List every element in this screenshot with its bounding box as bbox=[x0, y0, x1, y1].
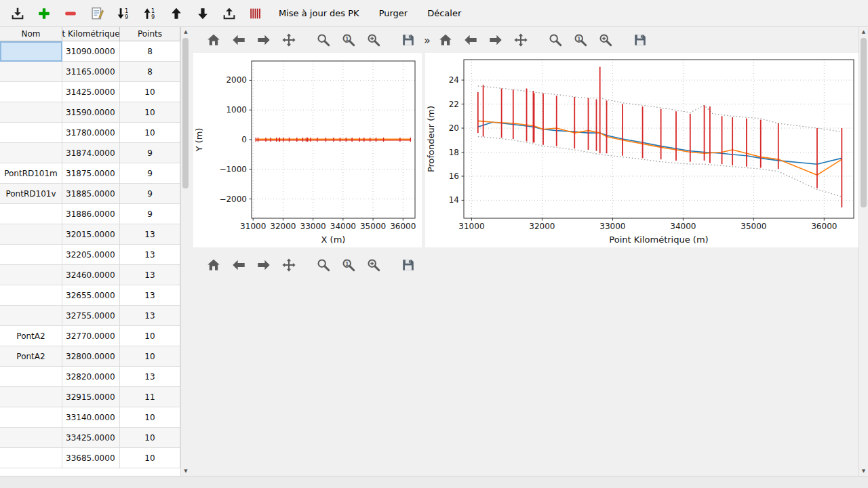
zoom-original-button[interactable] bbox=[571, 30, 590, 49]
purge-button[interactable]: Purger bbox=[373, 5, 414, 21]
right-scrollbar-handle[interactable] bbox=[861, 38, 867, 207]
cell-points[interactable]: 9 bbox=[120, 184, 180, 204]
back-button[interactable] bbox=[229, 256, 248, 274]
zoom-in-button[interactable] bbox=[364, 30, 383, 49]
column-header-nom[interactable]: Nom bbox=[0, 27, 62, 41]
cell-pk[interactable]: 32015.0000 bbox=[62, 224, 120, 245]
horizontal-scrollbar-track[interactable] bbox=[0, 476, 868, 488]
cell-pk[interactable]: 32655.0000 bbox=[62, 285, 120, 306]
right-scrollbar[interactable]: ▲ ▼ bbox=[859, 27, 868, 476]
cell-nom[interactable] bbox=[0, 407, 62, 428]
scroll-up-arrow-icon[interactable]: ▲ bbox=[859, 27, 868, 37]
home-button[interactable] bbox=[436, 30, 455, 49]
cell-pk[interactable]: 31780.0000 bbox=[62, 123, 120, 143]
cell-points[interactable]: 10 bbox=[120, 346, 180, 367]
depth-profile-plot[interactable]: 3100032000330003400035000360001416182022… bbox=[425, 53, 859, 247]
cell-pk[interactable]: 33425.0000 bbox=[62, 428, 120, 448]
cell-pk[interactable]: 32205.0000 bbox=[62, 245, 120, 265]
cell-nom[interactable] bbox=[0, 102, 62, 123]
plan-view-plot[interactable]: 310003200033000340003500036000−2000−1000… bbox=[193, 53, 422, 247]
cell-pk[interactable]: 31165.0000 bbox=[62, 62, 120, 82]
cell-nom[interactable] bbox=[0, 245, 62, 265]
cell-points[interactable]: 10 bbox=[120, 448, 180, 468]
cell-nom[interactable]: PontA2 bbox=[0, 326, 62, 346]
pan-button[interactable] bbox=[279, 256, 298, 274]
cell-nom[interactable] bbox=[0, 143, 62, 163]
remove-point-button[interactable] bbox=[61, 4, 80, 23]
cell-points[interactable]: 8 bbox=[120, 41, 180, 62]
scroll-down-arrow-icon[interactable]: ▼ bbox=[181, 466, 191, 476]
move-up-button[interactable] bbox=[167, 4, 186, 23]
cell-points[interactable]: 8 bbox=[120, 62, 180, 82]
cell-points[interactable]: 10 bbox=[120, 102, 180, 123]
cell-points[interactable]: 9 bbox=[120, 143, 180, 163]
zoom-in-button[interactable] bbox=[596, 30, 615, 49]
cell-nom[interactable]: PontRD101m bbox=[0, 163, 62, 184]
shift-button[interactable]: Décaler bbox=[421, 5, 467, 21]
edit-list-button[interactable] bbox=[87, 4, 106, 23]
zoom-rect-button[interactable] bbox=[546, 30, 565, 49]
cell-pk[interactable]: 31090.0000 bbox=[62, 41, 120, 62]
cell-pk[interactable]: 32460.0000 bbox=[62, 265, 120, 285]
cell-nom[interactable] bbox=[0, 367, 62, 387]
add-point-button[interactable] bbox=[35, 4, 54, 23]
cell-nom[interactable] bbox=[0, 41, 62, 62]
back-button[interactable] bbox=[461, 30, 480, 49]
cell-nom[interactable] bbox=[0, 306, 62, 326]
cell-pk[interactable]: 32755.0000 bbox=[62, 306, 120, 326]
cell-pk[interactable]: 32800.0000 bbox=[62, 346, 120, 367]
cell-points[interactable]: 13 bbox=[120, 367, 180, 387]
update-pk-button[interactable]: Mise à jour des PK bbox=[273, 5, 366, 21]
cell-points[interactable]: 11 bbox=[120, 387, 180, 407]
cell-pk[interactable]: 31885.0000 bbox=[62, 184, 120, 204]
cell-points[interactable]: 13 bbox=[120, 224, 180, 245]
forward-button[interactable] bbox=[254, 30, 273, 49]
forward-button[interactable] bbox=[254, 256, 273, 274]
cell-points[interactable]: 10 bbox=[120, 326, 180, 346]
cell-nom[interactable] bbox=[0, 224, 62, 245]
cell-nom[interactable]: PontRD101v bbox=[0, 184, 62, 204]
cell-nom[interactable] bbox=[0, 428, 62, 448]
cell-nom[interactable] bbox=[0, 62, 62, 82]
table-scrollbar[interactable]: ▲ ▼ bbox=[180, 27, 191, 476]
cell-points[interactable]: 13 bbox=[120, 285, 180, 306]
cell-points[interactable]: 10 bbox=[120, 407, 180, 428]
scroll-down-arrow-icon[interactable]: ▼ bbox=[859, 466, 868, 476]
cell-points[interactable]: 9 bbox=[120, 204, 180, 224]
cell-pk[interactable]: 33140.0000 bbox=[62, 407, 120, 428]
zoom-rect-button[interactable] bbox=[314, 256, 333, 274]
cell-points[interactable]: 13 bbox=[120, 265, 180, 285]
column-header-points[interactable]: Points bbox=[120, 27, 180, 41]
cell-points[interactable]: 13 bbox=[120, 306, 180, 326]
cell-pk[interactable]: 31590.0000 bbox=[62, 102, 120, 123]
cell-pk[interactable]: 31425.0000 bbox=[62, 82, 120, 102]
sort-ascending-button[interactable] bbox=[114, 4, 133, 23]
sort-descending-button[interactable] bbox=[140, 4, 159, 23]
table-scrollbar-handle[interactable] bbox=[182, 38, 189, 188]
scroll-up-arrow-icon[interactable]: ▲ bbox=[181, 27, 191, 37]
cell-nom[interactable] bbox=[0, 204, 62, 224]
cell-pk[interactable]: 33685.0000 bbox=[62, 448, 120, 468]
cell-points[interactable]: 10 bbox=[120, 123, 180, 143]
back-button[interactable] bbox=[229, 30, 248, 49]
cell-pk[interactable]: 31886.0000 bbox=[62, 204, 120, 224]
export-button[interactable] bbox=[220, 4, 239, 23]
save-figure-button[interactable] bbox=[631, 30, 650, 49]
zoom-original-button[interactable] bbox=[339, 256, 358, 274]
pan-button[interactable] bbox=[511, 30, 530, 49]
home-button[interactable] bbox=[204, 30, 223, 49]
pan-button[interactable] bbox=[279, 30, 298, 49]
cell-nom[interactable] bbox=[0, 285, 62, 306]
cell-nom[interactable] bbox=[0, 82, 62, 102]
cell-points[interactable]: 10 bbox=[120, 428, 180, 448]
profiles-button[interactable] bbox=[246, 4, 265, 23]
zoom-rect-button[interactable] bbox=[314, 30, 333, 49]
cell-points[interactable]: 10 bbox=[120, 82, 180, 102]
move-down-button[interactable] bbox=[193, 4, 212, 23]
cell-pk[interactable]: 31875.0000 bbox=[62, 163, 120, 184]
cell-points[interactable]: 13 bbox=[120, 245, 180, 265]
cell-nom[interactable] bbox=[0, 387, 62, 407]
save-figure-button[interactable] bbox=[399, 256, 418, 274]
save-figure-button[interactable] bbox=[399, 30, 418, 49]
cell-pk[interactable]: 31874.0000 bbox=[62, 143, 120, 163]
